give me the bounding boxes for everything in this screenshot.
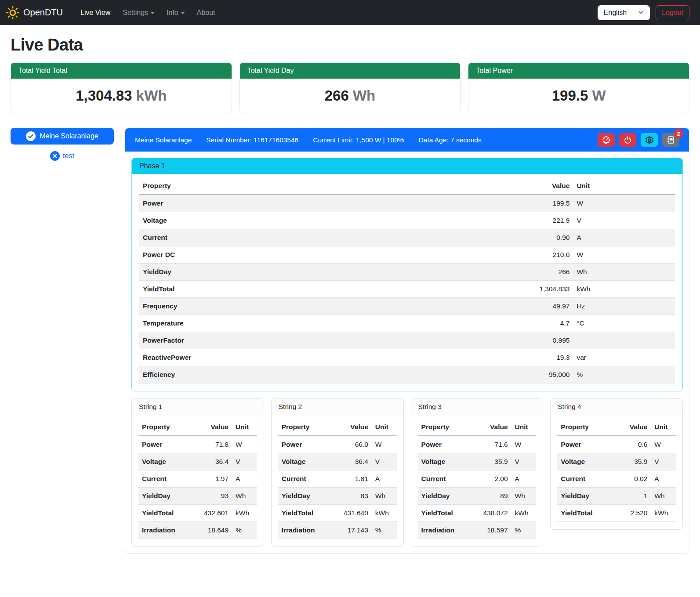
column-header-property: Property bbox=[418, 419, 475, 436]
column-header-value: Value bbox=[196, 419, 232, 436]
value-cell: 0.90 bbox=[493, 229, 573, 246]
value-cell: 71.6 bbox=[475, 436, 511, 453]
string-2-table: Property Value Unit Power66.0WVoltage36.… bbox=[278, 419, 397, 539]
table-row: Temperature4.7°C bbox=[139, 315, 675, 332]
property-cell: Voltage bbox=[557, 453, 614, 470]
table-row: Power71.6W bbox=[418, 436, 537, 453]
property-cell: Voltage bbox=[139, 212, 493, 229]
power-button[interactable] bbox=[619, 133, 636, 147]
table-row: Voltage35.9V bbox=[557, 453, 676, 470]
property-cell: Power bbox=[278, 436, 335, 453]
unit-cell: V bbox=[651, 453, 676, 470]
value-cell: 35.9 bbox=[614, 453, 651, 470]
nav-item-about[interactable]: About bbox=[191, 5, 221, 20]
inverter-body: Phase 1 Property Value Unit Power199.5WV… bbox=[125, 152, 689, 553]
table-row: YieldTotal2.520kWh bbox=[557, 505, 676, 522]
value-cell: 431.640 bbox=[335, 505, 372, 522]
speedometer-icon bbox=[602, 136, 610, 144]
column-header-property: Property bbox=[139, 177, 493, 195]
property-cell: Irradiation bbox=[138, 522, 196, 539]
property-cell: Frequency bbox=[139, 298, 493, 315]
nav-item-info[interactable]: Info bbox=[160, 5, 191, 20]
value-cell: 199.5 bbox=[493, 195, 573, 212]
property-cell: Power bbox=[418, 436, 475, 453]
column-header-property: Property bbox=[557, 419, 614, 436]
power-icon bbox=[624, 136, 632, 144]
property-cell: Current bbox=[139, 229, 493, 246]
value-cell: 432.601 bbox=[196, 505, 232, 522]
property-cell: Temperature bbox=[139, 315, 493, 332]
phase-title: Phase 1 bbox=[132, 158, 682, 174]
unit-cell: W bbox=[232, 436, 257, 453]
unit-cell: kWh bbox=[372, 505, 397, 522]
unit-cell bbox=[573, 332, 675, 349]
logout-button[interactable]: Logout bbox=[656, 5, 689, 20]
table-row: ReactivePower19.3var bbox=[139, 349, 675, 366]
limit-settings-button[interactable] bbox=[598, 133, 615, 147]
unit-cell: Wh bbox=[511, 488, 537, 505]
event-log-button[interactable]: 2 bbox=[662, 133, 679, 147]
value-cell: 93 bbox=[196, 488, 232, 505]
value-cell: 1,304.833 bbox=[493, 281, 573, 298]
navbar-right: English Logout bbox=[598, 5, 689, 20]
unit-cell: var bbox=[573, 349, 675, 366]
table-row: Power0.6W bbox=[557, 436, 676, 453]
value-cell: 49.97 bbox=[493, 298, 573, 315]
table-row: Irradiation18.649% bbox=[138, 522, 257, 539]
unit-cell: kWh bbox=[651, 505, 676, 522]
inverter-header: Meine Solaranlage Serial Number: 1161716… bbox=[125, 128, 689, 152]
brand-link[interactable]: OpenDTU bbox=[6, 6, 63, 19]
table-row: Power DC210.0W bbox=[139, 246, 675, 264]
property-cell: Current bbox=[557, 470, 614, 488]
value-cell: 2.00 bbox=[475, 470, 511, 488]
property-cell: PowerFactor bbox=[139, 332, 493, 349]
table-row: Current1.97A bbox=[138, 470, 257, 488]
chevron-down-icon bbox=[181, 12, 185, 14]
value-cell: 35.9 bbox=[475, 453, 511, 470]
sun-logo-icon bbox=[6, 6, 19, 19]
inverter-sidebar: Meine Solaranlage test bbox=[11, 128, 114, 161]
inverter-item-test[interactable]: test bbox=[11, 151, 114, 161]
selected-inverter-button[interactable]: Meine Solaranlage bbox=[11, 128, 114, 145]
value-cell: 83 bbox=[335, 488, 372, 505]
property-cell: Power bbox=[557, 436, 614, 453]
unit-cell: W bbox=[372, 436, 397, 453]
column-header-property: Property bbox=[138, 419, 196, 436]
language-select[interactable]: English bbox=[598, 5, 650, 20]
property-cell: Efficiency bbox=[139, 366, 493, 384]
page-content: Live Data Total Yield Total 1,304.83 kWh… bbox=[0, 25, 700, 564]
table-row: YieldDay89Wh bbox=[418, 488, 537, 505]
property-cell: YieldDay bbox=[557, 488, 614, 505]
unit-cell: V bbox=[573, 212, 675, 229]
unit-cell: % bbox=[232, 522, 257, 539]
string-1-card: String 1 Property Value Unit bbox=[131, 398, 264, 547]
unit-cell: V bbox=[372, 453, 397, 470]
nav-item-live-view[interactable]: Live View bbox=[74, 5, 116, 20]
property-cell: Power bbox=[139, 195, 493, 212]
column-header-value: Value bbox=[335, 419, 372, 436]
total-yield-day-card: Total Yield Day 266 Wh bbox=[239, 62, 461, 113]
property-cell: YieldDay bbox=[278, 488, 335, 505]
device-info-button[interactable] bbox=[641, 133, 658, 147]
unit-cell: A bbox=[573, 229, 675, 246]
value-cell: 71.8 bbox=[196, 436, 232, 453]
unit-cell: A bbox=[232, 470, 257, 488]
value-cell: 210.0 bbox=[493, 246, 573, 264]
chevron-down-icon bbox=[638, 10, 644, 15]
property-cell: Power bbox=[138, 436, 196, 453]
card-title: Total Yield Day bbox=[240, 63, 461, 79]
table-row: Frequency49.97Hz bbox=[139, 298, 675, 315]
unit-cell: Wh bbox=[651, 488, 676, 505]
property-cell: Current bbox=[278, 470, 335, 488]
unit-cell: W bbox=[511, 436, 537, 453]
string-4-table: Property Value Unit Power0.6WVoltage35.9… bbox=[557, 419, 676, 522]
nav-item-settings[interactable]: Settings bbox=[116, 5, 160, 20]
property-cell: Power DC bbox=[139, 246, 493, 264]
card-title: Total Yield Total bbox=[11, 63, 232, 79]
column-header-unit: Unit bbox=[372, 419, 397, 436]
table-row: YieldTotal432.601kWh bbox=[138, 505, 257, 522]
column-header-value: Value bbox=[614, 419, 651, 436]
total-power-card: Total Power 199.5 W bbox=[468, 62, 689, 113]
value-cell: 438.072 bbox=[475, 505, 511, 522]
table-row: Voltage36.4V bbox=[138, 453, 257, 470]
